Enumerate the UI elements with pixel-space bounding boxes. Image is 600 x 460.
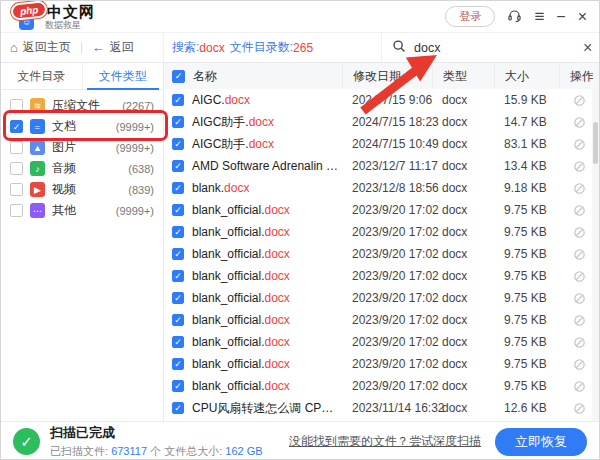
clear-search-icon[interactable]: × bbox=[583, 39, 592, 57]
item-count: (9999+) bbox=[116, 142, 154, 154]
file-date: 2023/9/20 17:02 bbox=[342, 225, 432, 239]
row-checkbox[interactable] bbox=[172, 402, 184, 414]
file-name: blank_official.docx bbox=[192, 225, 290, 239]
row-checkbox[interactable] bbox=[172, 204, 184, 216]
row-checkbox[interactable] bbox=[172, 94, 184, 106]
table-row[interactable]: blank_official.docx 2023/9/20 17:02 docx… bbox=[164, 309, 599, 331]
row-checkbox[interactable] bbox=[172, 358, 184, 370]
row-checkbox[interactable] bbox=[172, 270, 184, 282]
file-date: 2023/9/20 17:02 bbox=[342, 357, 432, 371]
file-type: docx bbox=[432, 379, 494, 393]
close-icon[interactable]: × bbox=[578, 9, 587, 25]
sidebar-item[interactable]: ▶ 视频 (839) bbox=[1, 179, 163, 200]
file-type: docx bbox=[432, 137, 494, 151]
row-checkbox[interactable] bbox=[172, 226, 184, 238]
table-row[interactable]: blank_official.docx 2023/9/20 17:02 docx… bbox=[164, 199, 599, 221]
minimize-icon[interactable]: − bbox=[556, 9, 565, 25]
file-name: blank.docx bbox=[192, 181, 249, 195]
row-checkbox[interactable] bbox=[172, 336, 184, 348]
search-input[interactable] bbox=[414, 41, 575, 55]
file-date: 2023/9/20 17:02 bbox=[342, 269, 432, 283]
sidebar-tabs: 文件目录 文件类型 bbox=[1, 63, 163, 90]
file-size: 9.18 KB bbox=[494, 181, 559, 195]
search-box: × bbox=[381, 33, 599, 62]
row-checkbox[interactable] bbox=[172, 314, 184, 326]
tab-file-directory[interactable]: 文件目录 bbox=[1, 63, 82, 89]
row-checkbox[interactable] bbox=[172, 380, 184, 392]
file-name: AMD Software Adrenalin Editio... bbox=[192, 159, 342, 173]
file-type: docx bbox=[432, 203, 494, 217]
scrollbar-thumb[interactable] bbox=[593, 122, 598, 164]
file-type-icon: = bbox=[30, 119, 45, 134]
file-name: blank_official.docx bbox=[192, 203, 290, 217]
row-checkbox[interactable] bbox=[172, 292, 184, 304]
file-date: 2023/9/20 17:02 bbox=[342, 203, 432, 217]
support-headset-icon[interactable] bbox=[507, 8, 522, 26]
sidebar-item[interactable]: ⋯ 其他 (9999+) bbox=[1, 200, 163, 221]
search-summary: 搜索: docx 文件目录数: 265 bbox=[164, 33, 381, 62]
app-logo: php ☺ 中文网 数据救星 bbox=[7, 1, 157, 33]
item-label: 压缩文件 bbox=[52, 97, 115, 114]
item-checkbox[interactable] bbox=[10, 99, 23, 112]
table-row[interactable]: blank_official.docx 2023/9/20 17:02 docx… bbox=[164, 375, 599, 397]
file-date: 2023/9/20 17:02 bbox=[342, 247, 432, 261]
sidebar-item[interactable]: ≋ 压缩文件 (2267) bbox=[1, 95, 163, 116]
sidebar-item[interactable]: ▲ 图片 (9999+) bbox=[1, 137, 163, 158]
header-date: 修改日期 bbox=[342, 63, 432, 89]
table-row[interactable]: blank_official.docx 2023/9/20 17:02 docx… bbox=[164, 331, 599, 353]
file-size: 9.75 KB bbox=[494, 291, 559, 305]
nav-back-group: ⌂ 返回主页 ← 返回 bbox=[1, 33, 164, 62]
file-name: CPU风扇转速怎么调 CPU风扇转... bbox=[192, 400, 342, 417]
back-button[interactable]: 返回 bbox=[110, 39, 134, 56]
item-checkbox[interactable] bbox=[10, 183, 23, 196]
menu-icon[interactable]: ≡ bbox=[534, 9, 544, 25]
table-row[interactable]: blank_official.docx 2023/9/20 17:02 docx… bbox=[164, 353, 599, 375]
header-type: 类型 bbox=[432, 63, 494, 89]
file-name: blank_official.docx bbox=[192, 379, 290, 393]
navbar: ⌂ 返回主页 ← 返回 搜索: docx 文件目录数: 265 × bbox=[1, 33, 599, 63]
row-checkbox[interactable] bbox=[172, 160, 184, 172]
scrollbar-track[interactable] bbox=[592, 89, 599, 421]
item-count: (638) bbox=[128, 163, 154, 175]
row-checkbox[interactable] bbox=[172, 138, 184, 150]
file-type: docx bbox=[432, 181, 494, 195]
deep-scan-link[interactable]: 没能找到需要的文件？尝试深度扫描 bbox=[289, 433, 481, 450]
tab-file-type[interactable]: 文件类型 bbox=[82, 63, 164, 89]
file-type-icon: ≋ bbox=[30, 98, 45, 113]
row-checkbox[interactable] bbox=[172, 116, 184, 128]
sidebar-item[interactable]: = 文档 (9999+) bbox=[1, 116, 163, 137]
table-row[interactable]: blank_official.docx 2023/9/20 17:02 docx… bbox=[164, 265, 599, 287]
back-arrow-icon: ← bbox=[92, 40, 105, 55]
login-button[interactable]: 登录 bbox=[445, 6, 495, 27]
file-size: 12.6 KB bbox=[494, 401, 559, 415]
header-size: 大小 bbox=[494, 63, 559, 89]
item-checkbox[interactable] bbox=[10, 162, 23, 175]
table-row[interactable]: AIGC助手.docx 2024/7/15 18:23 docx 14.7 KB bbox=[164, 111, 599, 133]
table-row[interactable]: blank_official.docx 2023/9/20 17:02 docx… bbox=[164, 221, 599, 243]
table-row[interactable]: blank_official.docx 2023/9/20 17:02 docx… bbox=[164, 243, 599, 265]
file-type: docx bbox=[432, 225, 494, 239]
file-date: 2023/9/20 17:02 bbox=[342, 335, 432, 349]
sidebar-item[interactable]: ♪ 音频 (638) bbox=[1, 158, 163, 179]
item-checkbox[interactable] bbox=[10, 120, 23, 133]
item-checkbox[interactable] bbox=[10, 204, 23, 217]
recover-now-button[interactable]: 立即恢复 bbox=[495, 428, 587, 456]
item-checkbox[interactable] bbox=[10, 141, 23, 154]
table-row[interactable]: AMD Software Adrenalin Editio... 2023/12… bbox=[164, 155, 599, 177]
search-icon bbox=[392, 39, 406, 57]
table-row[interactable]: blank.docx 2023/12/8 18:56 docx 9.18 KB bbox=[164, 177, 599, 199]
file-size: 9.75 KB bbox=[494, 357, 559, 371]
file-type: docx bbox=[432, 159, 494, 173]
row-checkbox[interactable] bbox=[172, 248, 184, 260]
table-row[interactable]: AIGC.docx 2024/7/15 9:06 docx 15.9 KB bbox=[164, 89, 599, 111]
back-home-button[interactable]: 返回主页 bbox=[23, 39, 71, 56]
file-type: docx bbox=[432, 269, 494, 283]
file-size: 15.9 KB bbox=[494, 93, 559, 107]
search-summary-label: 文件目录数: bbox=[230, 39, 293, 56]
table-row[interactable]: CPU风扇转速怎么调 CPU风扇转... 2023/11/14 16:32 do… bbox=[164, 397, 599, 419]
item-count: (9999+) bbox=[116, 205, 154, 217]
select-all-checkbox[interactable] bbox=[172, 70, 185, 83]
table-row[interactable]: AIGC助手.docx 2024/7/15 10:49 docx 83.1 KB bbox=[164, 133, 599, 155]
table-row[interactable]: blank_official.docx 2023/9/20 17:02 docx… bbox=[164, 287, 599, 309]
row-checkbox[interactable] bbox=[172, 182, 184, 194]
